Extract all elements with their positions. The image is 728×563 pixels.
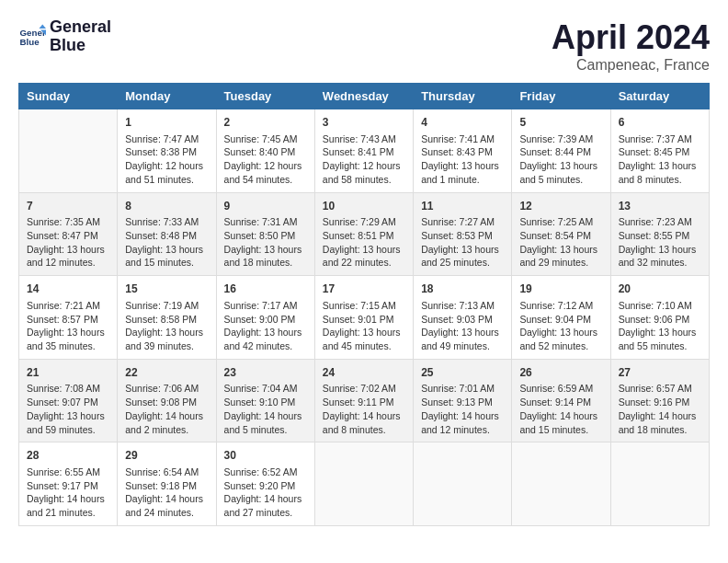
day-number: 24 [323,365,405,381]
calendar-cell: 13Sunrise: 7:23 AMSunset: 8:55 PMDayligh… [610,192,709,276]
logo: General Blue General Blue [18,18,111,55]
cell-text: Sunset: 9:18 PM [125,479,208,493]
cell-text: Sunset: 8:50 PM [224,229,307,243]
cell-text: Sunrise: 7:04 AM [224,382,307,396]
cell-text: and 18 minutes. [619,423,701,437]
cell-text: and 51 minutes. [125,173,208,187]
week-row-3: 14Sunrise: 7:21 AMSunset: 8:57 PMDayligh… [19,276,710,360]
day-number: 16 [224,282,307,297]
calendar-cell: 26Sunrise: 6:59 AMSunset: 9:14 PMDayligh… [512,359,610,442]
title-area: April 2024 Campeneac, France [552,18,710,74]
cell-text: Daylight: 14 hours [224,492,307,506]
cell-text: Daylight: 13 hours [619,159,701,173]
cell-text: Sunset: 9:16 PM [619,396,701,409]
day-number: 26 [519,365,602,381]
cell-text: Sunrise: 7:43 AM [323,132,405,146]
cell-text: Sunset: 9:03 PM [421,313,504,327]
cell-text: Daylight: 13 hours [421,326,504,339]
cell-text: Sunrise: 7:39 AM [519,132,602,146]
cell-text: and 8 minutes. [323,423,405,437]
cell-text: Sunrise: 7:37 AM [619,132,701,146]
cell-text: Daylight: 13 hours [224,243,307,257]
cell-text: and 39 minutes. [125,339,208,353]
day-number: 27 [619,365,701,381]
cell-text: Sunset: 8:44 PM [519,145,602,159]
calendar-cell: 20Sunrise: 7:10 AMSunset: 9:06 PMDayligh… [610,276,709,360]
cell-text: Sunrise: 7:23 AM [619,215,701,229]
cell-text: and 54 minutes. [224,173,307,187]
svg-text:Blue: Blue [20,37,40,47]
header-row: SundayMondayTuesdayWednesdayThursdayFrid… [19,84,710,109]
cell-text: Sunset: 8:48 PM [125,229,208,243]
cell-text: Sunset: 9:11 PM [323,396,405,409]
cell-text: Sunset: 9:00 PM [224,313,307,327]
cell-text: Sunset: 8:58 PM [125,313,208,327]
day-number: 21 [27,365,109,381]
cell-text: Sunset: 8:51 PM [323,229,405,243]
calendar-cell: 9Sunrise: 7:31 AMSunset: 8:50 PMDaylight… [216,192,314,276]
cell-text: and 52 minutes. [519,339,602,353]
cell-text: Sunrise: 6:55 AM [27,465,109,479]
calendar-cell: 4Sunrise: 7:41 AMSunset: 8:43 PMDaylight… [414,109,512,193]
day-number: 19 [519,282,602,297]
cell-text: Sunset: 9:10 PM [224,396,307,409]
cell-text: Sunrise: 7:47 AM [125,132,208,146]
calendar-cell [414,442,512,526]
cell-text: Sunrise: 7:19 AM [125,299,208,313]
cell-text: Daylight: 14 hours [519,409,602,423]
day-number: 8 [125,199,208,214]
cell-text: Daylight: 13 hours [224,326,307,339]
cell-text: and 1 minute. [421,173,504,187]
cell-text: Daylight: 12 hours [224,159,307,173]
cell-text: Sunrise: 7:41 AM [421,132,504,146]
cell-text: Sunrise: 7:29 AM [323,215,405,229]
cell-text: Daylight: 13 hours [27,326,109,339]
cell-text: Sunrise: 7:25 AM [519,215,602,229]
cell-text: Sunset: 9:06 PM [619,313,701,327]
cell-text: Sunrise: 7:01 AM [421,382,504,396]
day-number: 15 [125,282,208,297]
column-header-thursday: Thursday [414,84,512,109]
svg-text:General: General [20,27,47,37]
cell-text: Sunset: 8:45 PM [619,145,701,159]
cell-text: Sunset: 8:38 PM [125,145,208,159]
calendar-cell: 21Sunrise: 7:08 AMSunset: 9:07 PMDayligh… [19,359,118,442]
calendar-cell: 14Sunrise: 7:21 AMSunset: 8:57 PMDayligh… [19,276,118,360]
cell-text: Daylight: 14 hours [224,409,307,423]
logo-line1: General [50,18,111,37]
cell-text: Sunrise: 7:31 AM [224,215,307,229]
cell-text: Sunrise: 7:08 AM [27,382,109,396]
cell-text: Daylight: 14 hours [421,409,504,423]
cell-text: and 5 minutes. [519,173,602,187]
calendar-cell: 23Sunrise: 7:04 AMSunset: 9:10 PMDayligh… [216,359,314,442]
calendar-cell [512,442,610,526]
cell-text: and 15 minutes. [519,423,602,437]
logo-icon: General Blue [18,23,46,51]
cell-text: Sunset: 8:57 PM [27,313,109,327]
cell-text: and 22 minutes. [323,256,405,270]
cell-text: Daylight: 13 hours [421,159,504,173]
logo-line2: Blue [50,37,111,55]
day-number: 9 [224,199,307,214]
cell-text: Daylight: 13 hours [519,243,602,257]
column-header-wednesday: Wednesday [314,84,413,109]
cell-text: Daylight: 13 hours [619,326,701,339]
cell-text: Daylight: 12 hours [125,159,208,173]
calendar-cell: 10Sunrise: 7:29 AMSunset: 8:51 PMDayligh… [314,192,413,276]
calendar-cell: 17Sunrise: 7:15 AMSunset: 9:01 PMDayligh… [314,276,413,360]
cell-text: Sunrise: 6:57 AM [619,382,701,396]
calendar-cell: 2Sunrise: 7:45 AMSunset: 8:40 PMDaylight… [216,109,314,193]
svg-marker-2 [40,24,47,29]
calendar-cell: 29Sunrise: 6:54 AMSunset: 9:18 PMDayligh… [118,442,216,526]
cell-text: and 25 minutes. [421,256,504,270]
calendar-cell: 19Sunrise: 7:12 AMSunset: 9:04 PMDayligh… [512,276,610,360]
cell-text: Daylight: 13 hours [323,243,405,257]
day-number: 18 [421,282,504,297]
day-number: 17 [323,282,405,297]
day-number: 4 [421,115,504,131]
cell-text: Sunset: 8:54 PM [519,229,602,243]
cell-text: and 49 minutes. [421,339,504,353]
cell-text: Sunset: 9:01 PM [323,313,405,327]
calendar-cell: 25Sunrise: 7:01 AMSunset: 9:13 PMDayligh… [414,359,512,442]
cell-text: Sunset: 8:40 PM [224,145,307,159]
